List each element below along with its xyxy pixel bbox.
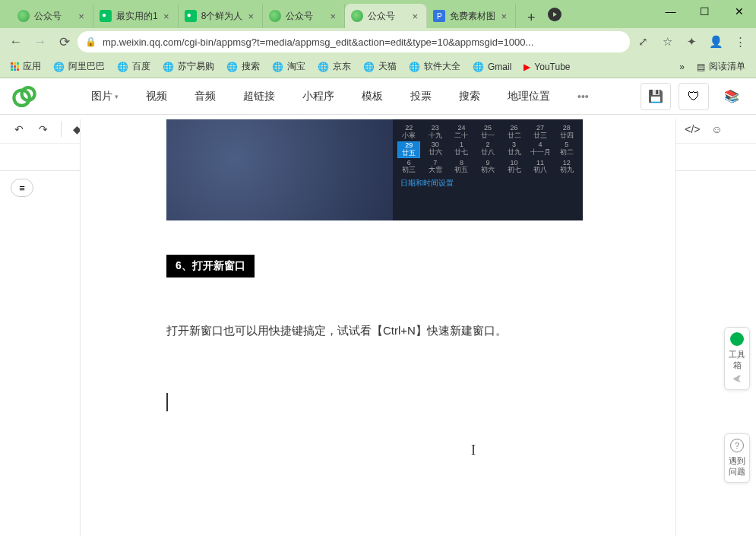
maximize-button[interactable]: ☐ (688, 0, 722, 23)
bookmark-item[interactable]: 🌐淘宝 (266, 57, 312, 77)
bookmark-item[interactable]: 🌐Gmail (467, 57, 517, 77)
reload-button[interactable]: ⟳ (53, 30, 76, 53)
favicon-icon: P (433, 10, 445, 22)
bookmark-item[interactable]: 🌐阿里巴巴 (47, 57, 111, 77)
tab-label: 公众号 (368, 10, 406, 23)
section-heading: 6、打开新窗口 (166, 255, 255, 278)
editor-canvas[interactable]: 22小寒 23十九 24二十 25廿一 26廿二 27廿三 28廿四 29廿五 … (80, 119, 676, 536)
bookmark-item[interactable]: 🌐京东 (312, 57, 357, 77)
insert-vote[interactable]: 投票 (397, 78, 445, 115)
insert-audio[interactable]: 音频 (181, 78, 229, 115)
menu-icon[interactable]: ⋮ (729, 31, 751, 52)
close-button[interactable]: ✕ (722, 0, 756, 23)
text-cursor-icon: I (471, 442, 476, 458)
insert-template[interactable]: 模板 (348, 78, 397, 115)
insert-search[interactable]: 搜索 (445, 78, 494, 115)
insert-miniprog[interactable]: 小程序 (289, 78, 348, 115)
globe-icon: 🌐 (226, 62, 238, 72)
minimize-button[interactable]: — (653, 0, 688, 23)
help-panel[interactable]: ? 遇到问题 (724, 433, 750, 483)
bookmark-item[interactable]: 🌐搜索 (220, 57, 266, 77)
redo-button[interactable]: ↷ (35, 121, 52, 138)
bookmark-label: 搜索 (242, 60, 260, 73)
tab-close-icon[interactable]: × (161, 11, 172, 21)
emoji-button[interactable]: ☺ (708, 121, 725, 138)
browser-tab[interactable]: 公众号× (263, 4, 345, 28)
apps-button[interactable]: 应用 (5, 57, 47, 77)
youtube-icon: ▶ (524, 62, 530, 72)
undo-button[interactable]: ↶ (11, 121, 27, 138)
browser-tab-active[interactable]: 公众号× (345, 4, 427, 28)
help-label: 遇到问题 (725, 455, 749, 477)
insert-video[interactable]: 视频 (132, 78, 181, 115)
browser-tab[interactable]: 公众号× (11, 4, 93, 28)
bookmark-item[interactable]: ▶YouTube (517, 57, 576, 77)
media-play-icon[interactable] (548, 8, 561, 21)
globe-icon: 🌐 (318, 62, 329, 72)
globe-icon: 🌐 (272, 62, 283, 72)
tab-close-icon[interactable]: × (327, 11, 338, 21)
globe-icon: 🌐 (117, 62, 128, 72)
code-button[interactable]: </> (684, 121, 701, 138)
globe-icon: 🌐 (363, 62, 375, 72)
favicon-icon (100, 10, 112, 22)
reading-list[interactable]: ▤阅读清单 (691, 57, 751, 77)
url-field[interactable]: 🔒 mp.weixin.qq.com/cgi-bin/appmsg?t=medi… (77, 31, 630, 52)
tab-label: 免费素材图 (450, 10, 495, 23)
bookmark-label: 阅读清单 (709, 60, 745, 73)
bookmarks-bar: 应用 🌐阿里巴巴 🌐百度 🌐苏宁易购 🌐搜索 🌐淘宝 🌐京东 🌐天猫 🌐软件大全… (0, 56, 756, 78)
translate-icon[interactable]: ⤢ (631, 31, 654, 52)
favicon-icon (269, 10, 281, 22)
apps-icon (11, 62, 19, 71)
library-button[interactable]: 📚 (716, 83, 747, 110)
browser-tab[interactable]: P免费素材图× (427, 4, 516, 28)
tab-label: 公众号 (34, 10, 73, 23)
toolbox-label: 工具箱 (725, 349, 749, 371)
bookmark-label: 天猫 (378, 60, 397, 73)
tab-close-icon[interactable]: × (498, 11, 509, 21)
calendar-row: 6初三 7大雪 8初五 9初六 10初七 11初八 12初九 (396, 159, 580, 176)
profile-icon[interactable]: 👤 (704, 31, 727, 52)
bookmark-label: 软件大全 (424, 60, 460, 73)
sidebar-toggle[interactable]: ≡ (11, 179, 33, 197)
tab-close-icon[interactable]: × (410, 11, 420, 21)
calendar-row: 22小寒 23十九 24二十 25廿一 26廿二 27廿三 28廿四 (396, 124, 580, 141)
insert-image[interactable]: 图片 (77, 78, 132, 115)
globe-icon: 🌐 (53, 62, 65, 72)
bookmark-label: 苏宁易购 (178, 60, 214, 73)
save-button[interactable]: 💾 (641, 83, 671, 110)
browser-tab[interactable]: 最实用的1× (93, 4, 179, 28)
bookmark-item[interactable]: 🌐百度 (111, 57, 157, 77)
bookmark-overflow[interactable]: » (673, 57, 691, 77)
tab-label: 最实用的1 (116, 10, 158, 23)
tab-label: 8个鲜为人 (201, 10, 243, 23)
favicon-icon (17, 10, 30, 22)
globe-icon: 🌐 (409, 62, 420, 72)
tab-close-icon[interactable]: × (76, 11, 87, 21)
bookmark-item[interactable]: 🌐天猫 (357, 57, 403, 77)
window-controls: — ☐ ✕ (653, 0, 756, 28)
extensions-icon[interactable]: ✦ (680, 31, 703, 52)
insert-more[interactable]: ••• (564, 78, 603, 115)
bookmark-item[interactable]: 🌐软件大全 (403, 57, 467, 77)
screenshot-image: 22小寒 23十九 24二十 25廿一 26廿二 27廿三 28廿四 29廿五 … (166, 119, 583, 220)
back-button[interactable]: ← (5, 30, 27, 53)
insert-location[interactable]: 地理位置 (494, 78, 564, 115)
browser-tab[interactable]: 8个鲜为人× (179, 4, 264, 28)
forward-button[interactable]: → (29, 30, 52, 53)
insert-link[interactable]: 超链接 (229, 78, 289, 115)
new-tab-button[interactable]: + (520, 7, 542, 28)
toolbox-panel[interactable]: 工具箱 ⮜ (724, 327, 750, 390)
bookmark-item[interactable]: 🌐苏宁易购 (157, 57, 220, 77)
text-caret (166, 393, 168, 411)
star-icon[interactable]: ☆ (656, 31, 679, 52)
bookmark-label: Gmail (488, 62, 511, 72)
browser-titlebar: 公众号× 最实用的1× 8个鲜为人× 公众号× 公众号× P免费素材图× + —… (0, 0, 756, 28)
tab-close-icon[interactable]: × (245, 11, 256, 21)
collapse-arrow-icon[interactable]: ⮜ (725, 374, 749, 385)
platform-logo[interactable] (9, 81, 40, 112)
paragraph: 打开新窗口也可以用快捷键搞定，试试看【Ctrl+N】快速新建窗口。 (166, 322, 675, 340)
shield-button[interactable]: 🛡 (679, 83, 709, 110)
toolbox-icon (730, 332, 744, 346)
calendar-row: 29廿五 30廿六 1廿七 2廿八 3廿九 4十一月 5初二 (396, 141, 580, 159)
